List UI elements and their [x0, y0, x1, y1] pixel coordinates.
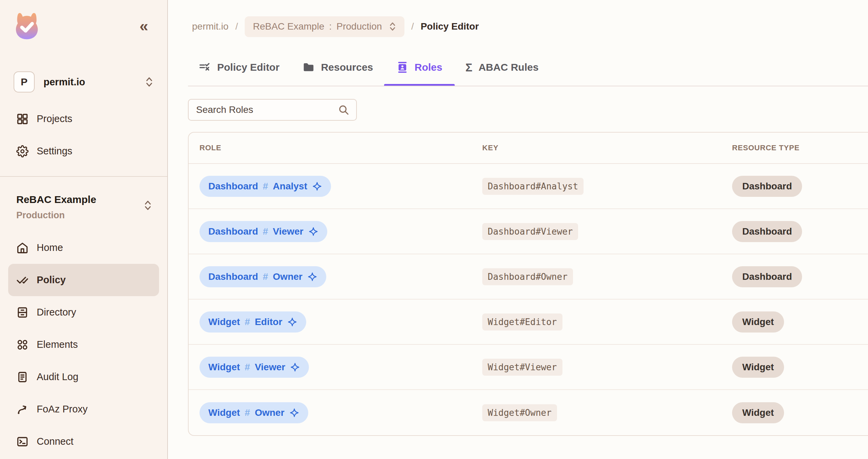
role-name: Owner: [273, 271, 302, 282]
sidebar-item-projects[interactable]: Projects: [8, 103, 159, 135]
id-badge-icon: [396, 61, 409, 73]
main-content: permit.io / ReBAC Example : Production /…: [169, 0, 868, 459]
breadcrumb-separator: /: [235, 21, 238, 32]
sidebar-item-directory[interactable]: Directory: [8, 296, 159, 328]
sidebar-item-label: Projects: [37, 113, 72, 124]
tab-roles[interactable]: Roles: [396, 57, 442, 78]
breadcrumb-env-name: Production: [336, 21, 382, 32]
sparkle-icon: [287, 317, 297, 327]
breadcrumb-colon: :: [329, 21, 332, 32]
sparkle-icon: [290, 362, 300, 372]
tab-label: Policy Editor: [217, 62, 279, 73]
resource-type-badge: Dashboard: [732, 221, 802, 242]
role-key: Widget#Owner: [482, 404, 557, 421]
search-input[interactable]: [196, 104, 338, 115]
sidebar-item-label: Audit Log: [37, 371, 79, 382]
breadcrumb: permit.io / ReBAC Example : Production /…: [192, 16, 479, 37]
role-hash: #: [245, 317, 250, 327]
cabinet-icon: [16, 306, 29, 319]
sidebar-item-label: Connect: [37, 436, 73, 447]
role-key: Dashboard#Viewer: [482, 223, 578, 240]
terminal-icon: [16, 436, 29, 448]
resource-type-badge: Dashboard: [732, 266, 802, 287]
tab-resources[interactable]: Resources: [302, 57, 373, 78]
role-key: Widget#Editor: [482, 313, 562, 330]
sidebar-item-label: Elements: [37, 339, 78, 350]
sidebar-item-elements[interactable]: Elements: [8, 328, 159, 361]
sparkle-icon: [312, 181, 322, 191]
table-row: Widget#Editor Widget#Editor Widget: [189, 300, 868, 345]
sidebar: « P permit.io Projects: [0, 0, 168, 459]
table-row: Dashboard#Analyst Dashboard#Analyst Dash…: [189, 164, 868, 209]
tab-policy-editor[interactable]: Policy Editor: [199, 57, 279, 78]
sidebar-item-audit-log[interactable]: Audit Log: [8, 361, 159, 393]
role-hash: #: [263, 181, 268, 192]
chevron-up-down-icon: [145, 76, 154, 87]
role-hash: #: [245, 407, 250, 418]
column-header-resource-type: RESOURCE TYPE: [721, 143, 868, 152]
role-resource: Dashboard: [208, 271, 258, 282]
roles-table: ROLE KEY RESOURCE TYPE Dashboard#Analyst…: [188, 132, 868, 436]
breadcrumb-org[interactable]: permit.io: [192, 21, 228, 32]
role-pill[interactable]: Widget#Owner: [199, 402, 308, 423]
search-icon[interactable]: [338, 104, 349, 116]
role-pill[interactable]: Dashboard#Owner: [199, 266, 326, 287]
sidebar-collapse-icon[interactable]: «: [139, 18, 148, 34]
gear-icon: [16, 145, 29, 157]
sidebar-item-home[interactable]: Home: [8, 232, 159, 264]
tab-bar-divider: [188, 86, 868, 86]
project-name: ReBAC Example: [16, 194, 154, 205]
role-pill[interactable]: Widget#Viewer: [199, 357, 309, 378]
role-name: Editor: [255, 317, 282, 327]
sigma-icon: Σ: [466, 62, 472, 73]
project-switcher[interactable]: ReBAC Example Production: [0, 177, 167, 221]
chevron-up-down-icon: [389, 22, 396, 31]
role-hash: #: [263, 226, 268, 237]
home-icon: [16, 242, 29, 254]
org-avatar: P: [14, 71, 35, 92]
sidebar-item-foaz-proxy[interactable]: FoAz Proxy: [8, 393, 159, 425]
role-name: Viewer: [273, 226, 303, 237]
circles-icon: [16, 339, 29, 351]
table-row: Widget#Owner Widget#Owner Widget: [189, 390, 868, 435]
sidebar-item-settings[interactable]: Settings: [8, 135, 159, 167]
tab-abac-rules[interactable]: Σ ABAC Rules: [466, 57, 539, 78]
folder-icon: [302, 61, 315, 73]
table-header-row: ROLE KEY RESOURCE TYPE: [189, 133, 868, 164]
tab-label: Resources: [321, 62, 373, 73]
sidebar-top-nav: Projects Settings: [0, 103, 167, 167]
role-resource: Dashboard: [208, 226, 258, 237]
permit-logo: [11, 10, 42, 41]
sidebar-item-policy[interactable]: Policy: [8, 264, 159, 296]
role-pill[interactable]: Dashboard#Viewer: [199, 221, 327, 242]
role-pill[interactable]: Widget#Editor: [199, 311, 306, 333]
resource-type-badge: Widget: [732, 402, 784, 423]
role-hash: #: [263, 271, 268, 282]
sidebar-item-connect[interactable]: Connect: [8, 425, 159, 458]
column-header-role: ROLE: [189, 143, 471, 152]
table-row: Widget#Viewer Widget#Viewer Widget: [189, 345, 868, 390]
role-resource: Widget: [208, 362, 240, 373]
breadcrumb-separator: /: [411, 21, 414, 32]
column-header-key: KEY: [471, 143, 721, 152]
role-hash: #: [245, 362, 250, 373]
sidebar-item-label: Policy: [37, 274, 66, 286]
search-box: [188, 99, 357, 121]
sidebar-main-nav: Home Policy Directory: [0, 232, 167, 458]
tab-label: ABAC Rules: [479, 62, 539, 73]
org-switcher[interactable]: P permit.io: [14, 71, 154, 92]
role-name: Viewer: [255, 362, 285, 373]
breadcrumb-project-env-selector[interactable]: ReBAC Example : Production: [245, 16, 404, 37]
route-arrow-icon: [16, 403, 29, 415]
role-resource: Dashboard: [208, 181, 258, 192]
table-row: Dashboard#Owner Dashboard#Owner Dashboar…: [189, 254, 868, 300]
role-key: Dashboard#Owner: [482, 268, 573, 285]
role-key: Dashboard#Analyst: [482, 178, 584, 195]
role-name: Analyst: [273, 181, 307, 192]
sidebar-item-label: Directory: [37, 307, 76, 318]
role-pill[interactable]: Dashboard#Analyst: [199, 176, 331, 197]
sidebar-item-label: Home: [37, 242, 63, 253]
org-name: permit.io: [44, 76, 85, 88]
role-name: Owner: [255, 407, 284, 418]
double-check-icon: [16, 274, 29, 286]
